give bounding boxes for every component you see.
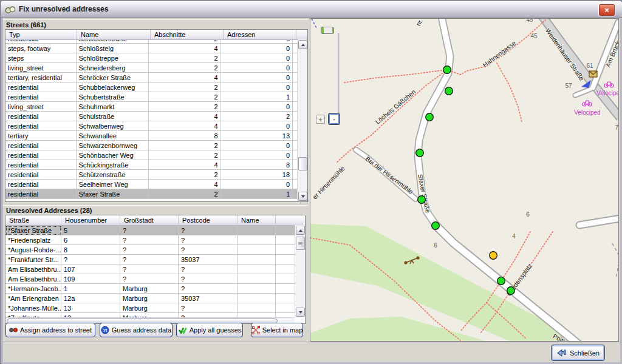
address-marker-green[interactable] bbox=[443, 66, 451, 74]
map-canvas: nrHahnengasseLöchels GäßchenWeidenhäuser… bbox=[310, 19, 618, 341]
table-row[interactable]: residentialSchönbacher Weg20 bbox=[5, 150, 298, 160]
close-icon[interactable]: × bbox=[598, 4, 615, 16]
table-row[interactable]: residentialSeelheimer Weg40 bbox=[5, 180, 298, 189]
column-header[interactable]: Housenumber bbox=[61, 215, 120, 225]
table-row[interactable]: residentialSchulstraße42 bbox=[5, 112, 298, 121]
scroll-down-icon[interactable] bbox=[298, 192, 307, 201]
scrollbar-thumb[interactable] bbox=[298, 157, 307, 170]
fix-addresses-icon bbox=[5, 4, 15, 15]
column-header[interactable]: Abschnitte bbox=[151, 30, 224, 39]
table-row[interactable]: Am Elisabethbru...107?? bbox=[5, 265, 295, 274]
cell-strasse: *Friedensplatz bbox=[5, 235, 61, 245]
table-row[interactable]: residentialSchubbelackerweg20 bbox=[5, 83, 298, 92]
cell-adressen: 2 bbox=[221, 112, 293, 121]
cell-grossstadt: ? bbox=[120, 255, 179, 265]
cell-adressen: 0 bbox=[221, 180, 293, 189]
address-marker-green[interactable] bbox=[432, 222, 440, 230]
table-row[interactable]: stepsSchloßtreppe20 bbox=[5, 53, 298, 63]
table-row[interactable]: residentialSchwarzenbornweg20 bbox=[5, 141, 298, 150]
addresses-table: StraßeHousenumberGroßstadtPostcodeName *… bbox=[5, 215, 306, 324]
cell-adressen: 8 bbox=[221, 160, 293, 170]
scroll-up-icon[interactable] bbox=[298, 40, 307, 49]
cell-strasse: *Sfaxer Straße bbox=[5, 226, 61, 235]
cell-adressen: 0 bbox=[221, 150, 293, 160]
cell-typ: residential bbox=[5, 121, 77, 131]
apply-all-guesses-button[interactable]: Apply all guesses bbox=[176, 323, 243, 337]
zoom-slider-track[interactable] bbox=[338, 33, 340, 118]
table-row[interactable]: living_streetSchneidersberg20 bbox=[5, 63, 298, 73]
streets-vertical-scrollbar[interactable] bbox=[297, 39, 307, 201]
table-row[interactable]: tertiary, residentialSchröcker Straße40 bbox=[5, 73, 298, 83]
cell-housenumber: 6 bbox=[61, 235, 120, 245]
table-row[interactable]: *Friedensplatz6?? bbox=[5, 235, 295, 245]
row-filler bbox=[276, 274, 295, 284]
column-header[interactable]: Name bbox=[238, 215, 276, 225]
zoom-in-button[interactable]: + bbox=[316, 115, 325, 124]
addresses-table-header: StraßeHousenumberGroßstadtPostcodeName bbox=[5, 215, 305, 226]
row-filler bbox=[276, 303, 295, 313]
cell-name bbox=[238, 235, 276, 245]
address-marker-yellow[interactable] bbox=[490, 252, 497, 260]
scroll-up-icon[interactable] bbox=[296, 226, 305, 235]
address-marker-green[interactable] bbox=[418, 196, 426, 204]
table-row[interactable]: *Hermann-Jacob...1Marburg? bbox=[5, 284, 295, 294]
table-row[interactable]: steps, footwaySchloßsteig40 bbox=[5, 44, 298, 53]
table-row[interactable]: residentialSchwalbenweg40 bbox=[5, 121, 298, 131]
table-row[interactable]: residentialSchubertstraße21 bbox=[5, 92, 298, 102]
cell-name bbox=[238, 245, 276, 255]
select-nodes-icon bbox=[251, 326, 260, 334]
cell-name bbox=[238, 265, 276, 274]
table-row[interactable]: *August-Rohde-...8?? bbox=[5, 245, 295, 255]
table-row[interactable]: living_streetSchuhmarkt20 bbox=[5, 102, 298, 112]
column-header[interactable]: Adressen bbox=[224, 30, 296, 39]
cell-postcode: ? bbox=[179, 235, 238, 245]
column-header[interactable]: Name bbox=[77, 30, 151, 39]
cell-abschnitte: 2 bbox=[149, 83, 221, 92]
house-number-label: 57 bbox=[565, 83, 572, 89]
address-marker-green[interactable] bbox=[507, 287, 515, 295]
row-filler bbox=[276, 294, 295, 303]
streets-table-header: TypNameAbschnitteAdressen bbox=[5, 30, 307, 40]
zoom-out-button[interactable]: - bbox=[328, 113, 340, 125]
assign-address-to-street-button[interactable]: Assign address to street bbox=[5, 323, 95, 337]
house-number-label: 45 bbox=[526, 19, 533, 23]
column-header[interactable]: Typ bbox=[5, 30, 77, 39]
cell-grossstadt: Marburg bbox=[120, 303, 179, 313]
guess-address-data-button[interactable]: ?! Guess address data bbox=[100, 323, 173, 337]
cell-typ: residential bbox=[5, 92, 77, 102]
address-marker-green[interactable] bbox=[445, 87, 453, 95]
table-row[interactable]: tertiarySchwanallee813 bbox=[5, 131, 298, 141]
cell-name: Schröcker Straße bbox=[77, 73, 149, 83]
svg-text:?!: ?! bbox=[103, 328, 108, 333]
select-in-map-button[interactable]: Select in map bbox=[251, 323, 303, 337]
address-marker-green[interactable] bbox=[426, 113, 434, 121]
table-row[interactable]: *Frankfurter Str...??35037 bbox=[5, 255, 295, 265]
column-header[interactable]: Großstadt bbox=[120, 215, 179, 225]
table-row[interactable]: *Sfaxer Straße5?? bbox=[5, 226, 295, 235]
cell-name: Schwalbenweg bbox=[77, 121, 149, 131]
cell-abschnitte: 4 bbox=[149, 112, 221, 121]
address-marker-green[interactable] bbox=[416, 149, 424, 157]
addresses-vertical-scrollbar[interactable] bbox=[295, 225, 305, 317]
table-row[interactable]: residentialSchützenstraße218 bbox=[5, 170, 298, 180]
zoom-slider-handle[interactable] bbox=[321, 27, 334, 34]
cell-name: Schönbacher Weg bbox=[77, 150, 149, 160]
column-header[interactable]: Postcode bbox=[179, 215, 238, 225]
scroll-down-icon[interactable] bbox=[296, 308, 305, 317]
scrollbar-thumb[interactable] bbox=[296, 237, 305, 250]
table-row[interactable]: Am Elisabethbru...109?? bbox=[5, 274, 295, 284]
map-view[interactable]: nrHahnengasseLöchels GäßchenWeidenhäuser… bbox=[310, 18, 619, 342]
address-marker-green[interactable] bbox=[497, 277, 505, 285]
titlebar[interactable]: Fix unresolved addresses × bbox=[1, 1, 622, 18]
table-row[interactable]: *Johannes-Mülle...13Marburg? bbox=[5, 303, 295, 313]
table-row[interactable]: residentialSfaxer Straße21 bbox=[5, 189, 298, 199]
cell-strasse: Am Elisabethbru... bbox=[5, 274, 61, 284]
schliessen-button[interactable]: Schließen bbox=[551, 345, 605, 361]
cell-typ: steps bbox=[5, 53, 77, 63]
house-number-label: 6 bbox=[434, 242, 437, 249]
table-row[interactable]: residentialSchückingstraße48 bbox=[5, 160, 298, 170]
column-header[interactable]: Straße bbox=[5, 215, 61, 225]
table-row[interactable]: *Am Erlengraben12aMarburg35037 bbox=[5, 294, 295, 303]
button-label: Apply all guesses bbox=[190, 326, 242, 334]
cell-housenumber: 12a bbox=[61, 294, 120, 303]
